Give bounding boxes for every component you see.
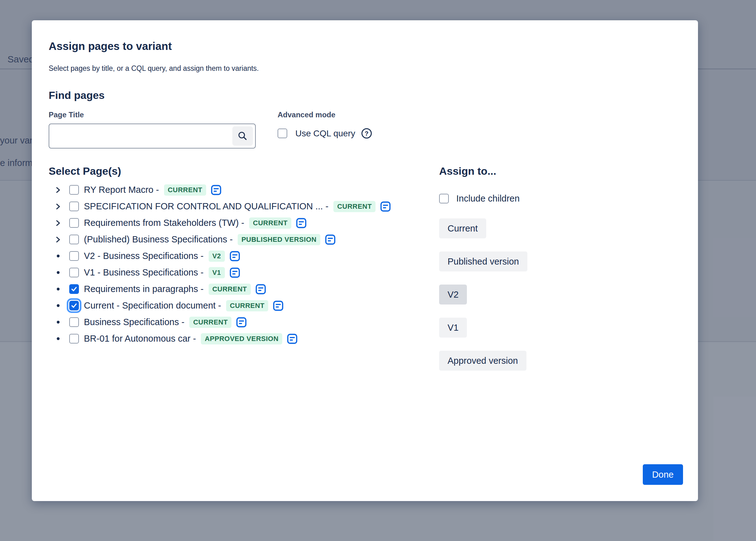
chevron-right-icon[interactable] — [54, 186, 62, 194]
page-row: Current - Specification document -CURREN… — [49, 297, 439, 314]
page-row: SPECIFICATION FOR CONTROL AND QUALIFICAT… — [49, 198, 439, 215]
bullet-dot — [57, 304, 60, 307]
assign-to-column: Assign to... Include children CurrentPub… — [439, 165, 681, 371]
bullet-dot — [57, 255, 60, 258]
bullet-dot — [54, 269, 62, 276]
bullet-dot — [54, 302, 62, 309]
page-title-text: V1 - Business Specifications - — [84, 268, 204, 278]
page-row: RY Report Macro -CURRENT — [49, 182, 439, 198]
page-row: Requirements in paragraphs -CURRENT — [49, 281, 439, 297]
version-badge: PUBLISHED VERSION — [238, 234, 320, 245]
page-document-icon[interactable] — [286, 333, 298, 345]
page-document-icon[interactable] — [255, 283, 267, 295]
page-document-icon[interactable] — [229, 267, 241, 278]
assign-pages-dialog: Assign pages to variant Select pages by … — [32, 20, 698, 501]
include-children-label: Include children — [456, 194, 520, 204]
page-checkbox[interactable] — [69, 218, 79, 228]
bullet-dot — [57, 271, 60, 274]
dialog-columns: Select Page(s) RY Report Macro -CURRENTS… — [49, 165, 681, 371]
use-cql-checkbox[interactable] — [277, 129, 287, 138]
use-cql-label: Use CQL query — [295, 129, 355, 139]
page-title-text: (Published) Business Specifications - — [84, 234, 233, 245]
bullet-dot — [57, 321, 60, 323]
assign-to-heading: Assign to... — [439, 165, 681, 178]
page-document-icon[interactable] — [272, 300, 284, 312]
chevron-right-icon[interactable] — [54, 219, 62, 227]
variant-button[interactable]: Approved version — [439, 351, 527, 371]
version-badge: CURRENT — [226, 300, 268, 311]
page-title-text: Current - Specification document - — [84, 300, 221, 311]
page-document-icon[interactable] — [210, 184, 222, 196]
version-badge: CURRENT — [208, 283, 251, 295]
bullet-dot — [54, 318, 62, 326]
page-title-field-group: Page Title — [49, 111, 256, 149]
version-badge: CURRENT — [333, 201, 376, 212]
page-row: V1 - Business Specifications -V1 — [49, 264, 439, 281]
include-children-checkbox[interactable] — [439, 194, 449, 204]
version-badge: APPROVED VERSION — [201, 333, 282, 344]
version-badge: V1 — [208, 267, 225, 278]
bullet-dot — [57, 337, 60, 340]
page-checkbox[interactable] — [69, 317, 79, 327]
include-children-row: Include children — [439, 192, 681, 205]
page-document-icon[interactable] — [324, 234, 336, 246]
page-title-text: Business Specifications - — [84, 317, 184, 327]
bullet-dot — [54, 253, 62, 260]
bullet-dot — [57, 288, 60, 290]
bullet-dot — [54, 285, 62, 293]
page-title-label: Page Title — [49, 111, 256, 119]
page-checkbox[interactable] — [69, 268, 79, 277]
advanced-mode-group: Advanced mode Use CQL query ? — [277, 111, 372, 149]
variant-button[interactable]: Current — [439, 219, 486, 239]
search-icon — [237, 131, 248, 141]
page-row: Business Specifications -CURRENT — [49, 314, 439, 330]
page-document-icon[interactable] — [229, 250, 241, 262]
search-button[interactable] — [232, 126, 253, 146]
page-title-text: Requirements from Stakeholders (TW) - — [84, 218, 244, 228]
page-row: (Published) Business Specifications -PUB… — [49, 231, 439, 248]
page-title-input[interactable] — [50, 125, 229, 147]
dialog-title: Assign pages to variant — [49, 40, 681, 53]
find-pages-controls: Page Title Advanced mode Use CQL query — [49, 111, 681, 149]
dialog-subtitle: Select pages by title, or a CQL query, a… — [49, 64, 681, 73]
page-title-text: BR-01 for Autonomous car - — [84, 333, 196, 344]
page-row: BR-01 for Autonomous car -APPROVED VERSI… — [49, 330, 439, 347]
page-checkbox[interactable] — [69, 284, 79, 294]
page-row: Requirements from Stakeholders (TW) -CUR… — [49, 215, 439, 231]
variant-button[interactable]: V2 — [439, 284, 467, 304]
page-tree-list: RY Report Macro -CURRENTSPECIFICATION FO… — [49, 182, 439, 347]
page-checkbox[interactable] — [69, 251, 79, 261]
done-button[interactable]: Done — [643, 464, 683, 485]
page-row: V2 - Business Specifications -V2 — [49, 248, 439, 264]
chevron-right-icon[interactable] — [54, 236, 62, 244]
page-title-text: V2 - Business Specifications - — [84, 251, 204, 261]
question-mark-icon[interactable]: ? — [361, 128, 372, 139]
version-badge: CURRENT — [164, 185, 206, 196]
chevron-right-icon[interactable] — [54, 203, 62, 210]
page-document-icon[interactable] — [295, 217, 307, 229]
backdrop-partial-text: your var — [0, 135, 33, 146]
page-checkbox[interactable] — [69, 334, 79, 343]
page-title-text: SPECIFICATION FOR CONTROL AND QUALIFICAT… — [84, 201, 328, 212]
page-checkbox[interactable] — [69, 202, 79, 211]
use-cql-row: Use CQL query ? — [277, 126, 372, 141]
page-title-search-box — [49, 124, 256, 149]
variant-button[interactable]: V1 — [439, 317, 467, 337]
bullet-dot — [54, 335, 62, 342]
version-badge: V2 — [208, 251, 225, 262]
version-badge: CURRENT — [189, 317, 231, 328]
page-title-text: Requirements in paragraphs - — [84, 284, 204, 294]
page-document-icon[interactable] — [235, 316, 247, 328]
page-checkbox[interactable] — [69, 235, 79, 244]
advanced-mode-label: Advanced mode — [277, 111, 372, 119]
backdrop-partial-text: e inform — [0, 158, 33, 168]
page-checkbox[interactable] — [69, 301, 79, 310]
variant-button[interactable]: Published version — [439, 252, 528, 271]
page-title-text: RY Report Macro - — [84, 185, 159, 195]
page-checkbox[interactable] — [69, 185, 79, 195]
variant-button-list: CurrentPublished versionV2V1Approved ver… — [439, 219, 681, 371]
version-badge: CURRENT — [249, 218, 291, 229]
backdrop-saved-tab: Saved — [7, 54, 34, 65]
find-pages-heading: Find pages — [49, 89, 681, 102]
page-document-icon[interactable] — [380, 201, 391, 213]
